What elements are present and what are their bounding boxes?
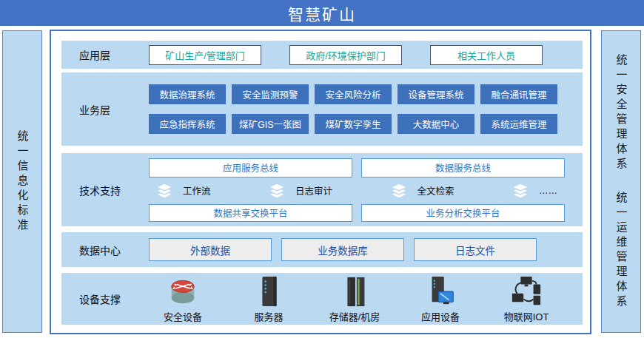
svc-more: …… (512, 183, 557, 198)
application-layer-label: 应用层 (61, 47, 149, 62)
service-bus-row: 应用服务总线 数据服务总线 (149, 158, 565, 178)
device-label: 服务器 (254, 309, 283, 323)
right-column-label-top: 统一安全管理体系 (616, 54, 627, 172)
app-box-government: 政府/环境保护部门 (289, 45, 402, 65)
app-box-mine-production: 矿山生产/管理部门 (149, 45, 261, 65)
app-device-icon (424, 275, 457, 308)
device-label: 应用设备 (421, 309, 460, 323)
data-sharing-platform: 数据共享交换平台 (149, 204, 352, 222)
device-server: 服务器 (235, 275, 303, 323)
tech-support-panel: 技术支持 应用服务总线 数据服务总线 工作流 日志审计 全文检索 (61, 153, 583, 226)
tech-support-label: 技术支持 (61, 183, 149, 197)
data-service-bus: 数据服务总线 (361, 158, 565, 178)
device-items: 安全设备 服务器 (149, 275, 560, 323)
business-analysis-platform: 业务分析交换平台 (361, 204, 565, 222)
device-label: 物联网IOT (504, 309, 549, 323)
device-support-panel: 设备支撑 (61, 273, 583, 325)
device-label: 存储器/机房 (329, 309, 380, 323)
biz-safety-monitoring: 安全监测预警 (232, 84, 309, 104)
biz-big-data-center: 大数据中心 (398, 114, 474, 134)
device-application: 应用设备 (406, 275, 474, 323)
business-layer-panel: 业务层 数据治理系统 安全监测预警 安全风险分析 设备管理系统 融合通讯管理 应… (61, 72, 583, 146)
biz-equipment-mgmt: 设备管理系统 (398, 84, 474, 104)
device-iot: 物联网IOT (492, 275, 560, 323)
biz-digital-twin: 煤矿数字孪生 (315, 114, 392, 134)
left-column-label: 统一信息化标准 (17, 130, 28, 234)
application-layer-panel: 应用层 矿山生产/管理部门 政府/环境保护部门 相关工作人员 (61, 41, 583, 69)
log-audit-label: 日志审计 (295, 183, 332, 197)
biz-data-governance: 数据治理系统 (149, 84, 226, 104)
external-data-box: 外部数据 (149, 238, 272, 261)
data-center-label: 数据中心 (61, 243, 149, 257)
business-layer-grid: 数据治理系统 安全监测预警 安全风险分析 设备管理系统 融合通讯管理 应急指挥系… (149, 84, 557, 134)
data-center-panel: 数据中心 外部数据 业务数据库 日志文件 (61, 232, 583, 267)
biz-comm-mgmt: 融合通讯管理 (480, 84, 557, 104)
device-support-label: 设备支撑 (61, 291, 149, 306)
biz-ops-mgmt: 系统运维管理 (480, 114, 557, 134)
exchange-platform-row: 数据共享交换平台 业务分析交换平台 (149, 204, 565, 222)
layers-icon (512, 183, 529, 198)
biz-gis-map: 煤矿GIS一张图 (232, 114, 309, 134)
business-database-box: 业务数据库 (281, 238, 404, 261)
workflow-label: 工作流 (183, 183, 211, 197)
application-layer-boxes: 矿山生产/管理部门 政府/环境保护部门 相关工作人员 (149, 45, 543, 65)
svc-fulltext-search: 全文检索 (391, 183, 455, 198)
business-layer-label: 业务层 (61, 102, 149, 117)
svc-workflow: 工作流 (156, 183, 211, 198)
device-security: 安全设备 (149, 275, 217, 323)
device-label: 安全设备 (164, 309, 202, 323)
biz-emergency-command: 应急指挥系统 (149, 114, 226, 134)
more-services-label: …… (539, 186, 557, 196)
firewall-router-icon (166, 275, 200, 308)
right-system-column: 统一安全管理体系 统一运维管理体系 (601, 30, 641, 333)
server-tower-icon (254, 275, 284, 308)
right-column-label-bottom: 统一运维管理体系 (616, 192, 627, 310)
app-service-bus: 应用服务总线 (149, 158, 352, 178)
layers-icon (269, 183, 285, 198)
page-title: 智慧矿山 (288, 2, 356, 24)
banner: 智慧矿山 (0, 0, 644, 26)
device-storage: 存储器/机房 (321, 275, 389, 323)
business-row-1: 数据治理系统 安全监测预警 安全风险分析 设备管理系统 融合通讯管理 (149, 84, 557, 104)
data-center-boxes: 外部数据 业务数据库 日志文件 (149, 238, 537, 261)
middleware-row: 工作流 日志审计 全文检索 …… (149, 183, 565, 199)
biz-risk-analysis: 安全风险分析 (315, 84, 392, 104)
business-row-2: 应急指挥系统 煤矿GIS一张图 煤矿数字孪生 大数据中心 系统运维管理 (149, 114, 557, 134)
log-file-box: 日志文件 (414, 238, 537, 261)
layers-icon (156, 183, 172, 198)
app-box-staff: 相关工作人员 (430, 45, 543, 65)
tech-support-content: 应用服务总线 数据服务总线 工作流 日志审计 全文检索 …… (149, 158, 565, 222)
svc-log-audit: 日志审计 (269, 183, 332, 198)
storage-rack-icon (340, 275, 369, 308)
iot-network-icon (509, 275, 544, 308)
layers-icon (391, 183, 407, 198)
fulltext-search-label: 全文检索 (417, 183, 455, 197)
architecture-container: 应用层 矿山生产/管理部门 政府/环境保护部门 相关工作人员 业务层 数据治理系… (50, 30, 591, 334)
left-standard-column: 统一信息化标准 (2, 30, 42, 333)
